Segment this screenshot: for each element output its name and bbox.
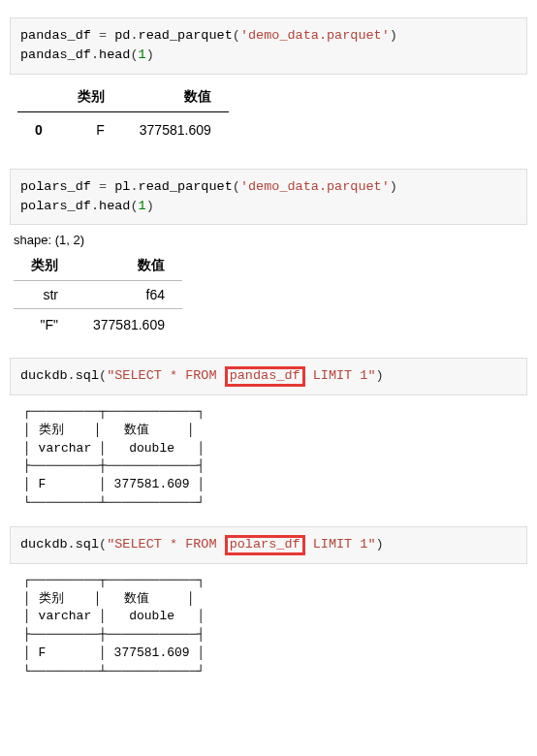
polars-shape-label: shape: (1, 2) [14, 233, 527, 247]
code-cell-3[interactable]: duckdb.sql("SELECT * FROM pandas_df LIMI… [10, 358, 527, 395]
code-cell-4[interactable]: duckdb.sql("SELECT * FROM polars_df LIMI… [10, 526, 527, 564]
row-index: 0 [17, 111, 60, 147]
code-cell-1[interactable]: pandas_df = pd.read_parquet('demo_data.p… [10, 17, 527, 75]
highlight-pandas-df: pandas_df [225, 366, 305, 387]
col-index-header [17, 82, 60, 112]
polars-output-table: 类别 数值 str f64 "F" 377581.609 [14, 251, 527, 340]
cell-value: 377581.609 [76, 309, 182, 341]
highlight-polars-df: polars_df [225, 535, 305, 555]
col-category-header: 类别 [60, 82, 122, 112]
code-cell-2[interactable]: polars_df = pl.read_parquet('demo_data.p… [10, 169, 527, 226]
col-value-header: 数值 [76, 251, 182, 281]
dtype-category: str [14, 281, 76, 309]
col-category-header: 类别 [14, 251, 76, 281]
cell-category: F [60, 111, 122, 147]
duckdb-output-2: ┌─────────┬────────────┐ │ 类别 │ 数值 │ │ v… [23, 572, 527, 681]
cell-value: 377581.609 [122, 111, 229, 147]
duckdb-output-1: ┌─────────┬────────────┐ │ 类别 │ 数值 │ │ v… [23, 403, 527, 513]
dtype-value: f64 [76, 281, 182, 309]
cell-category: "F" [14, 309, 76, 341]
col-value-header: 数值 [122, 82, 229, 112]
pandas-output-table: 类别 数值 0 F 377581.609 [17, 82, 527, 147]
